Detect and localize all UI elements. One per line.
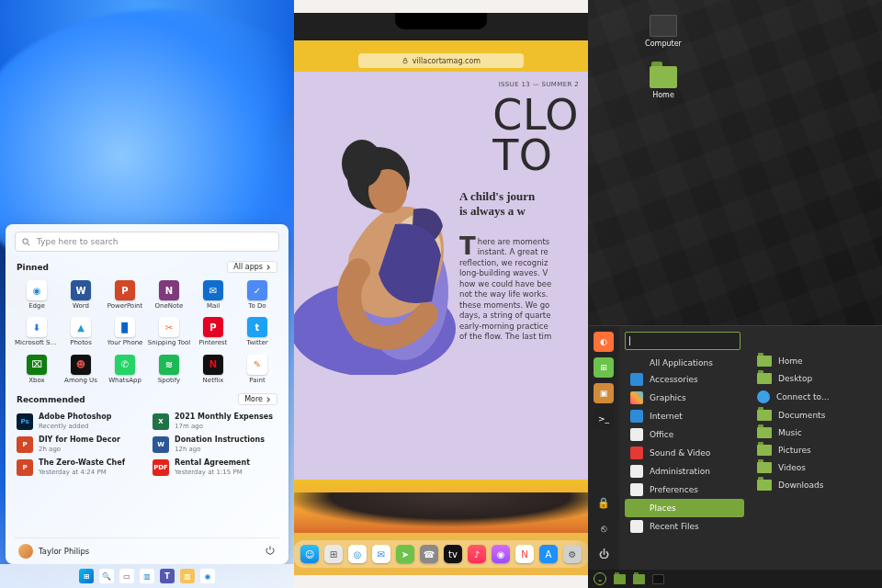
avatar <box>18 544 33 559</box>
category-recent-files[interactable]: Recent Files <box>625 517 744 536</box>
folder-icon <box>757 462 772 473</box>
mint-desktop: Computer Home ◐⊞▣>_🔒⎋⏻ All Applications … <box>588 0 882 588</box>
app-label: To Do <box>248 303 266 310</box>
pinned-app-netflix[interactable]: NNetflix <box>191 355 235 384</box>
recommended-item[interactable]: X2021 Monthly Expenses17m ago <box>153 413 277 430</box>
mint-start-menu: ◐⊞▣>_🔒⎋⏻ All Applications AccessoriesGra… <box>588 325 882 570</box>
pinned-app-your-phone[interactable]: ▉Your Phone <box>103 317 147 346</box>
rail-lock-icon[interactable]: 🔒 <box>594 492 614 513</box>
pinned-app-whatsapp[interactable]: ✆WhatsApp <box>103 355 147 384</box>
pinned-app-word[interactable]: WWord <box>59 280 103 310</box>
dock-finder-icon[interactable]: ☺ <box>300 545 319 563</box>
place-connect-to-[interactable]: Connect to... <box>753 389 876 405</box>
dock-music-icon[interactable]: ♪ <box>468 545 486 563</box>
pinned-app-photos[interactable]: ▲Photos <box>59 317 103 346</box>
rec-title: The Zero-Waste Chef <box>39 458 125 467</box>
start-search[interactable]: Type here to search <box>15 232 279 252</box>
menu-search[interactable] <box>625 332 741 350</box>
category-graphics[interactable]: Graphics <box>625 389 744 407</box>
rail-terminal-icon[interactable]: >_ <box>594 409 614 429</box>
dock-appletv-icon[interactable]: tv <box>444 545 462 563</box>
dock-contacts-icon[interactable]: ☎ <box>420 545 438 563</box>
rail-power-icon[interactable]: ⏻ <box>594 544 614 564</box>
recommended-item[interactable]: PDIY for Home Decor2h ago <box>17 435 141 453</box>
widgets-icon[interactable]: ▥ <box>140 569 154 583</box>
pinned-app-snipping-tool[interactable]: ✂Snipping Tool <box>147 317 191 346</box>
all-apps-button[interactable]: All apps <box>227 261 277 273</box>
pinned-app-paint[interactable]: ✎Paint <box>235 355 279 384</box>
pinned-app-among-us[interactable]: ☻Among Us <box>59 355 103 384</box>
category-accessories[interactable]: Accessories <box>625 370 744 389</box>
dock-launchpad-icon[interactable]: ⊞ <box>324 545 343 563</box>
rail-files-icon[interactable]: ▣ <box>594 383 614 403</box>
place-videos[interactable]: Videos <box>753 460 876 475</box>
app-icon: ☻ <box>71 355 91 375</box>
dock-settings-icon[interactable]: ⚙ <box>563 545 582 563</box>
desktop-icon-computer[interactable]: Computer <box>639 15 687 48</box>
rail-logout-icon[interactable]: ⎋ <box>594 518 614 538</box>
pinned-app-powerpoint[interactable]: PPowerPoint <box>103 280 147 310</box>
pinned-app-pinterest[interactable]: PPinterest <box>191 317 235 346</box>
app-label: Mail <box>207 303 220 310</box>
pinned-app-to-do[interactable]: ✓To Do <box>235 280 279 310</box>
category-internet[interactable]: Internet <box>625 407 744 425</box>
edge-icon[interactable]: ◉ <box>200 569 215 583</box>
dock-mail-icon[interactable]: ✉ <box>372 545 390 563</box>
taskbar-search-icon[interactable]: 🔍 <box>99 569 114 583</box>
place-documents[interactable]: Documents <box>753 408 876 423</box>
dock-safari-icon[interactable]: ◎ <box>348 545 367 563</box>
menu-all-applications[interactable]: All Applications <box>625 356 744 370</box>
user-account-button[interactable]: Taylor Philips <box>18 544 89 559</box>
category-label: Graphics <box>650 393 686 402</box>
mint-menu-button[interactable]: ⌄ <box>594 572 606 585</box>
app-label: PowerPoint <box>107 303 143 310</box>
folder-icon <box>757 373 772 384</box>
pinned-app-spotify[interactable]: ≋Spotify <box>147 355 191 384</box>
dock-news-icon[interactable]: N <box>515 545 534 563</box>
start-button[interactable]: ⊞ <box>79 569 94 583</box>
file-icon: PDF <box>153 459 169 476</box>
power-button[interactable] <box>265 545 276 558</box>
category-administration[interactable]: Administration <box>625 462 744 481</box>
app-label: Snipping Tool <box>148 340 190 346</box>
recommended-item[interactable]: PThe Zero-Waste ChefYesterday at 4:24 PM <box>17 458 141 476</box>
category-sound-video[interactable]: Sound & Video <box>625 444 744 462</box>
category-places[interactable]: Places <box>625 499 744 517</box>
taskbar-terminal[interactable] <box>652 574 664 584</box>
more-button[interactable]: More <box>238 393 277 405</box>
rail-firefox-icon[interactable]: ◐ <box>594 332 614 352</box>
place-music[interactable]: Music <box>753 425 876 440</box>
taskbar-show-desktop[interactable] <box>614 574 626 584</box>
app-icon: ≋ <box>159 355 179 375</box>
category-preferences[interactable]: Preferences <box>625 481 744 499</box>
app-label: Photos <box>70 340 92 346</box>
category-office[interactable]: Office <box>625 425 744 444</box>
rec-title: 2021 Monthly Expenses <box>175 413 273 421</box>
recommended-item[interactable]: PDFRental AgreementYesterday at 1:15 PM <box>153 458 277 476</box>
pinned-app-twitter[interactable]: tTwitter <box>235 317 279 346</box>
pinned-app-xbox[interactable]: ⌧Xbox <box>15 355 59 384</box>
place-desktop[interactable]: Desktop <box>753 371 876 386</box>
category-icon <box>630 502 643 514</box>
pinned-app-microsoft-store[interactable]: ⬇Microsoft Store <box>15 317 59 346</box>
dock-maps-icon[interactable]: ➤ <box>396 545 414 563</box>
taskbar-files[interactable] <box>633 574 645 584</box>
task-view-icon[interactable]: ▭ <box>119 569 134 583</box>
pinned-app-mail[interactable]: ✉Mail <box>191 280 235 310</box>
folder-icon <box>757 427 772 438</box>
explorer-icon[interactable]: ▥ <box>180 569 195 583</box>
place-pictures[interactable]: Pictures <box>753 443 876 458</box>
desktop-icon-home[interactable]: Home <box>639 66 687 99</box>
recommended-item[interactable]: PsAdobe PhotoshopRecently added <box>17 413 141 430</box>
teams-icon[interactable]: T <box>160 569 175 583</box>
rail-software-icon[interactable]: ⊞ <box>594 357 614 378</box>
pinned-app-edge[interactable]: ◉Edge <box>15 280 59 310</box>
dock-appstore-icon[interactable]: A <box>539 545 558 563</box>
pinned-app-onenote[interactable]: NOneNote <box>147 280 191 310</box>
recommended-item[interactable]: WDonation Instructions12h ago <box>153 435 277 453</box>
place-home[interactable]: Home <box>753 354 876 368</box>
place-downloads[interactable]: Downloads <box>753 478 876 492</box>
menu-categories-column: All Applications AccessoriesGraphicsInte… <box>619 326 748 570</box>
address-bar[interactable]: villacortamag.com <box>358 53 524 68</box>
dock-podcasts-icon[interactable]: ◉ <box>492 545 510 563</box>
